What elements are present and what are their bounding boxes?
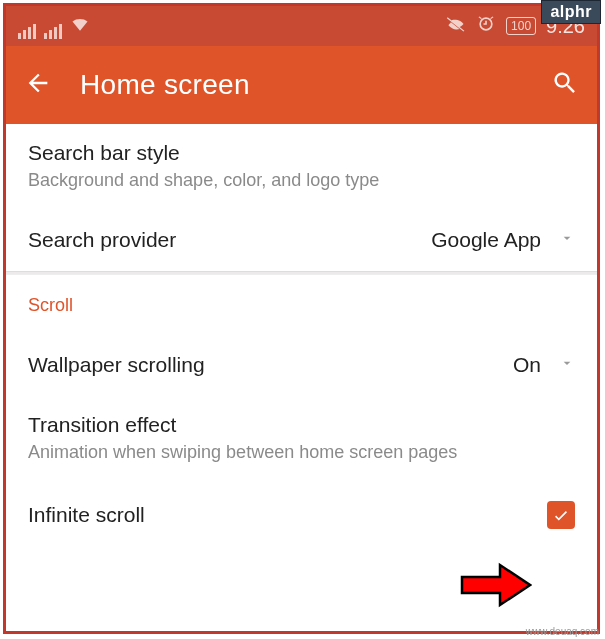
check-icon (552, 506, 570, 524)
row-title: Search provider (28, 228, 431, 252)
page-title: Home screen (80, 69, 250, 101)
row-search-bar-style[interactable]: Search bar style Background and shape, c… (6, 124, 597, 209)
row-search-provider[interactable]: Search provider Google App (6, 209, 597, 271)
chevron-down-icon (559, 355, 575, 375)
status-bar: 100 9:26 (6, 6, 597, 46)
signal-1-icon (18, 24, 36, 39)
alphr-badge: alphr (541, 0, 601, 24)
back-button[interactable] (24, 69, 52, 101)
row-wallpaper-scrolling[interactable]: Wallpaper scrolling On (6, 334, 597, 396)
section-header-scroll: Scroll (6, 275, 597, 334)
row-transition-effect[interactable]: Transition effect Animation when swiping… (6, 396, 597, 481)
app-bar: Home screen (6, 46, 597, 124)
row-value: Google App (431, 228, 541, 252)
row-infinite-scroll[interactable]: Infinite scroll (6, 482, 597, 548)
row-title: Transition effect (28, 413, 575, 437)
row-title: Search bar style (28, 141, 575, 165)
watermark: www.deuaq.com (526, 626, 599, 637)
infinite-scroll-checkbox[interactable] (547, 501, 575, 529)
search-button[interactable] (551, 69, 579, 101)
wifi-icon (70, 14, 90, 39)
content: Search bar style Background and shape, c… (6, 124, 597, 548)
status-left (18, 14, 90, 39)
annotation-arrow-icon (460, 561, 532, 613)
row-subtitle: Animation when swiping between home scre… (28, 441, 575, 464)
app-frame: 100 9:26 Home screen Search bar style Ba… (3, 3, 600, 634)
row-value: On (513, 353, 541, 377)
alarm-icon (476, 14, 496, 39)
eye-care-icon (446, 14, 466, 39)
row-subtitle: Background and shape, color, and logo ty… (28, 169, 575, 192)
battery-indicator: 100 (506, 17, 536, 35)
row-title: Wallpaper scrolling (28, 353, 513, 377)
signal-2-icon (44, 24, 62, 39)
row-title: Infinite scroll (28, 503, 547, 527)
chevron-down-icon (559, 230, 575, 250)
